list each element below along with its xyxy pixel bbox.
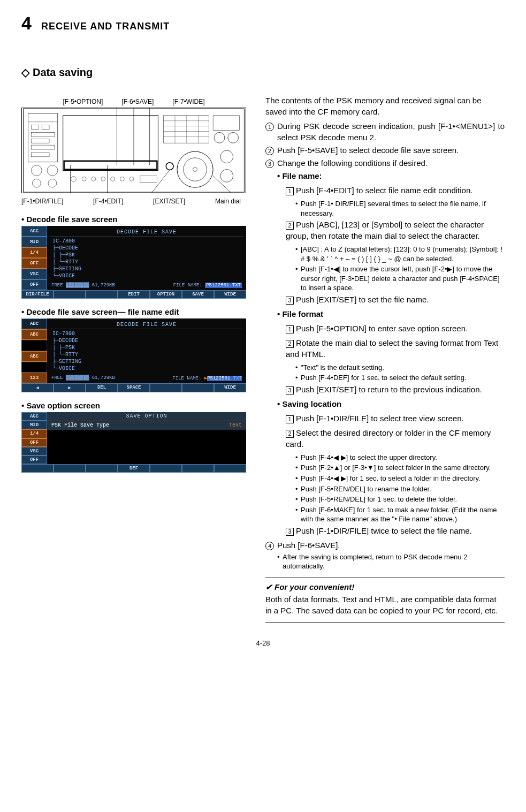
- intro-text: The contents of the PSK memory and recei…: [265, 95, 505, 117]
- so-quarter: 1/4: [21, 429, 47, 438]
- opt-row: PSK File Save Type Text: [47, 421, 246, 430]
- step-4: 4 Push [F-6•SAVE].: [265, 540, 505, 551]
- so-agc: AGC: [21, 412, 47, 421]
- f-blank-e1: [150, 383, 182, 392]
- callout-f6-save: [F-6•SAVE]: [121, 98, 154, 105]
- fo1: [21, 464, 54, 473]
- fo2: [54, 464, 86, 473]
- callout-main-dial: Main dial: [215, 198, 241, 205]
- separator-2: [265, 623, 505, 623]
- lcd-tree-edit: IC-7800 ├─DECODE │ ├─PSK │ └─RTTY ├─SETT…: [50, 329, 243, 375]
- fo7: [214, 464, 246, 473]
- so-off1: OFF: [21, 438, 47, 447]
- tip-heading: ✔For your convenient!: [265, 581, 505, 593]
- side-off1: OFF: [21, 258, 47, 269]
- f-save: SAVE: [182, 290, 214, 299]
- format-block: 1Push [F-5•OPTION] to enter save option …: [265, 323, 505, 395]
- f-wide2: WIDE: [214, 383, 246, 392]
- lcd-title-decode-save: DECODE FILE SAVE: [50, 228, 243, 237]
- filename-block: 1Push [F-4•EDIT] to select file name edi…: [265, 185, 505, 305]
- screen-decode-save: AGC MID 1/4 OFF VSC OFF DECODE FILE SAVE…: [21, 226, 246, 299]
- f-wide: WIDE: [214, 290, 246, 299]
- step-4-note: •After the saving is completed, return t…: [265, 552, 505, 571]
- step-1: 1 During PSK decode screen indication, p…: [265, 120, 505, 143]
- lcd-title-name-edit: DECODE FILE SAVE: [50, 321, 243, 329]
- f-left: ◀: [21, 383, 54, 392]
- location-block: 1Push [F-1•DIR/FILE] to select tree view…: [265, 413, 505, 536]
- f-space: SPACE: [118, 383, 150, 392]
- fo5: [150, 464, 182, 473]
- chapter-title: RECEIVE AND TRANSMIT: [41, 21, 170, 32]
- screen-name-edit: ABC ABC ABC 123 DECODE FILE SAVE IC-7800…: [21, 318, 246, 392]
- section-title-text: Data saving: [33, 66, 93, 78]
- lcd-f-row-opt: DEF: [21, 464, 246, 473]
- lcd-title-save-option: SAVE OPTION: [47, 412, 246, 421]
- f-dirfile: DIR/FILE: [21, 290, 54, 299]
- heading-format: • File format: [265, 308, 505, 320]
- side-blank: [21, 362, 47, 373]
- heading-save-option: • Save option screen: [21, 401, 246, 410]
- opt-label: PSK File Save Type: [51, 422, 229, 428]
- radio-illustration: [21, 108, 246, 193]
- heading-decode-save: • Decode file save screen: [21, 215, 246, 224]
- diamond-icon: ◇: [21, 66, 29, 78]
- lcd-status: FREE ▓▓▓▓▓▓▓▓ 61,729KB FILE NAME: PS1225…: [50, 283, 243, 288]
- heading-name-edit: • Decode file save screen— file name edi…: [21, 307, 246, 316]
- radio-diagram: [F-5•OPTION] [F-6•SAVE] [F-7•WIDE]: [21, 98, 246, 205]
- side-off2: OFF: [21, 279, 47, 290]
- lcd-f-row-edit: ◀ ▶ DEL SPACE WIDE: [21, 383, 246, 392]
- opt-value: Text: [229, 422, 242, 428]
- side-quarter: 1/4: [21, 247, 47, 258]
- fo3: [86, 464, 118, 473]
- lcd-f-row: DIR/FILE EDIT OPTION SAVE WIDE: [21, 290, 246, 299]
- side-abc3: ABC: [21, 351, 47, 362]
- f-def: DEF: [118, 464, 150, 473]
- so-vsc: VSC: [21, 447, 47, 456]
- lcd-tree: IC-7800 ├─DECODE │ ├─PSK │ └─RTTY ├─SETT…: [50, 237, 243, 283]
- callout-f7-wide: [F-7•WIDE]: [172, 98, 204, 105]
- left-column: [F-5•OPTION] [F-6•SAVE] [F-7•WIDE]: [21, 95, 246, 626]
- tip-body: Both of data formats, Text and HTML, are…: [265, 594, 505, 616]
- f-blank-e2: [182, 383, 214, 392]
- heading-location: • Saving location: [265, 398, 505, 409]
- f-blank2: [86, 290, 118, 299]
- separator: [265, 578, 505, 578]
- side-abc-header: ABC: [21, 318, 47, 329]
- f-del: DEL: [86, 383, 118, 392]
- callout-exit-set: [EXIT/SET]: [153, 198, 185, 205]
- screen-save-option: AGC MID 1/4 OFF VSC OFF SAVE OPTION PSK …: [21, 412, 246, 473]
- side-mid: MID: [21, 237, 47, 247]
- page-number: 4-28: [21, 639, 505, 647]
- f-blank1: [54, 290, 86, 299]
- side-vsc: VSC: [21, 269, 47, 279]
- callout-f5-option: [F-5•OPTION]: [63, 98, 103, 105]
- chapter-number: 4: [21, 13, 32, 34]
- page-header: 4 RECEIVE AND TRANSMIT: [21, 13, 505, 34]
- section-title: ◇Data saving: [21, 66, 505, 79]
- side-123: 123: [21, 373, 47, 383]
- so-off2: OFF: [21, 456, 47, 464]
- side-abc2: [21, 340, 47, 351]
- callout-f1-dirfile: [F-1•DIR/FILE]: [21, 198, 63, 205]
- f-edit: EDIT: [118, 290, 150, 299]
- callout-f4-edit: [F-4•EDIT]: [93, 198, 123, 205]
- heading-filename: • File name:: [265, 170, 505, 181]
- step-3: 3 Change the following conditions if des…: [265, 157, 505, 169]
- step-2: 2 Push [F-5•SAVE] to select decode file …: [265, 145, 505, 156]
- f-option: OPTION: [150, 290, 182, 299]
- side-agc: AGC: [21, 226, 47, 237]
- fo6: [182, 464, 214, 473]
- so-mid: MID: [21, 421, 47, 429]
- side-abc: ABC: [21, 329, 47, 340]
- f-right: ▶: [54, 383, 86, 392]
- lcd-status-edit: FREE ▓▓▓▓▓▓▓▓ 61,729KB FILE NAME: ▶PS122…: [50, 375, 243, 381]
- right-column: The contents of the PSK memory and recei…: [265, 95, 505, 626]
